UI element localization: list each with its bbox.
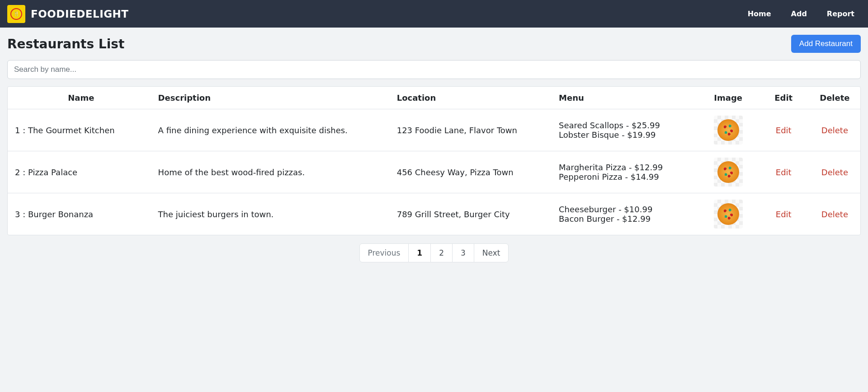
col-image: Image: [698, 87, 758, 109]
page-title: Restaurants List: [7, 37, 124, 51]
logo-icon: 🍴: [7, 5, 25, 23]
edit-link[interactable]: Edit: [776, 126, 792, 135]
navbar: 🍴 FOODIEDELIGHT Home Add Report: [0, 0, 868, 28]
header-row: Restaurants List Add Restaurant: [7, 35, 861, 53]
cell-edit: Edit: [758, 193, 809, 235]
page-previous[interactable]: Previous: [360, 244, 409, 262]
search-input[interactable]: [7, 60, 861, 79]
page-number-link[interactable]: 1: [409, 244, 430, 262]
col-edit: Edit: [758, 87, 809, 109]
menu-item: Cheeseburger - $10.99: [559, 205, 693, 214]
edit-link[interactable]: Edit: [776, 168, 792, 177]
pizza-icon: [717, 203, 739, 225]
page-next[interactable]: Next: [474, 244, 509, 262]
delete-link[interactable]: Delete: [821, 210, 848, 219]
nav-home[interactable]: Home: [748, 9, 771, 18]
page-next-link[interactable]: Next: [474, 244, 509, 262]
table-row: 3 : Burger BonanzaThe juiciest burgers i…: [8, 193, 860, 235]
cell-name: 2 : Pizza Palace: [8, 151, 153, 193]
col-name: Name: [8, 87, 153, 109]
delete-link[interactable]: Delete: [821, 126, 848, 135]
menu-item: Pepperoni Pizza - $14.99: [559, 172, 693, 182]
food-thumbnail: [714, 158, 743, 187]
restaurants-table-wrap: Name Description Location Menu Image Edi…: [7, 86, 861, 235]
col-description: Description: [153, 87, 392, 109]
cell-name: 1 : The Gourmet Kitchen: [8, 109, 153, 151]
col-location: Location: [392, 87, 553, 109]
cell-image: [698, 193, 758, 235]
menu-item: Bacon Burger - $12.99: [559, 214, 693, 224]
cell-delete: Delete: [809, 109, 860, 151]
page-number-link[interactable]: 3: [453, 244, 474, 262]
page-number[interactable]: 2: [431, 244, 453, 262]
main-container: Restaurants List Add Restaurant Name Des…: [0, 28, 868, 283]
page-number-link[interactable]: 2: [431, 244, 452, 262]
cell-menu: Cheeseburger - $10.99Bacon Burger - $12.…: [553, 193, 698, 235]
cell-location: 123 Foodie Lane, Flavor Town: [392, 109, 553, 151]
menu-item: Lobster Bisque - $19.99: [559, 130, 693, 140]
cell-menu: Margherita Pizza - $12.99Pepperoni Pizza…: [553, 151, 698, 193]
pizza-icon: [717, 161, 739, 183]
page-previous-link[interactable]: Previous: [360, 244, 409, 262]
edit-link[interactable]: Edit: [776, 210, 792, 219]
cell-description: Home of the best wood-fired pizzas.: [153, 151, 392, 193]
col-menu: Menu: [553, 87, 698, 109]
cell-location: 456 Cheesy Way, Pizza Town: [392, 151, 553, 193]
menu-item: Margherita Pizza - $12.99: [559, 163, 693, 172]
cell-edit: Edit: [758, 151, 809, 193]
nav-add[interactable]: Add: [791, 9, 807, 18]
navbar-left: 🍴 FOODIEDELIGHT: [7, 5, 129, 23]
col-delete: Delete: [809, 87, 860, 109]
cell-description: A fine dining experience with exquisite …: [153, 109, 392, 151]
food-thumbnail: [714, 200, 743, 229]
food-thumbnail: [714, 116, 743, 145]
menu-item: Seared Scallops - $25.99: [559, 121, 693, 130]
cell-image: [698, 109, 758, 151]
cell-delete: Delete: [809, 193, 860, 235]
cell-menu: Seared Scallops - $25.99Lobster Bisque -…: [553, 109, 698, 151]
add-restaurant-button[interactable]: Add Restaurant: [791, 35, 861, 53]
nav-report[interactable]: Report: [827, 9, 854, 18]
pizza-icon: [717, 119, 739, 141]
cell-delete: Delete: [809, 151, 860, 193]
cell-description: The juiciest burgers in town.: [153, 193, 392, 235]
page-number[interactable]: 3: [453, 244, 474, 262]
cell-name: 3 : Burger Bonanza: [8, 193, 153, 235]
pagination: Previous123Next: [7, 243, 861, 262]
navbar-right: Home Add Report: [748, 9, 861, 18]
table-header-row: Name Description Location Menu Image Edi…: [8, 87, 860, 109]
delete-link[interactable]: Delete: [821, 168, 848, 177]
restaurants-table: Name Description Location Menu Image Edi…: [8, 87, 860, 235]
brand-name: FOODIEDELIGHT: [31, 8, 129, 20]
cell-image: [698, 151, 758, 193]
table-row: 1 : The Gourmet KitchenA fine dining exp…: [8, 109, 860, 151]
table-row: 2 : Pizza PalaceHome of the best wood-fi…: [8, 151, 860, 193]
cell-edit: Edit: [758, 109, 809, 151]
page-number[interactable]: 1: [409, 244, 431, 262]
cell-location: 789 Grill Street, Burger City: [392, 193, 553, 235]
